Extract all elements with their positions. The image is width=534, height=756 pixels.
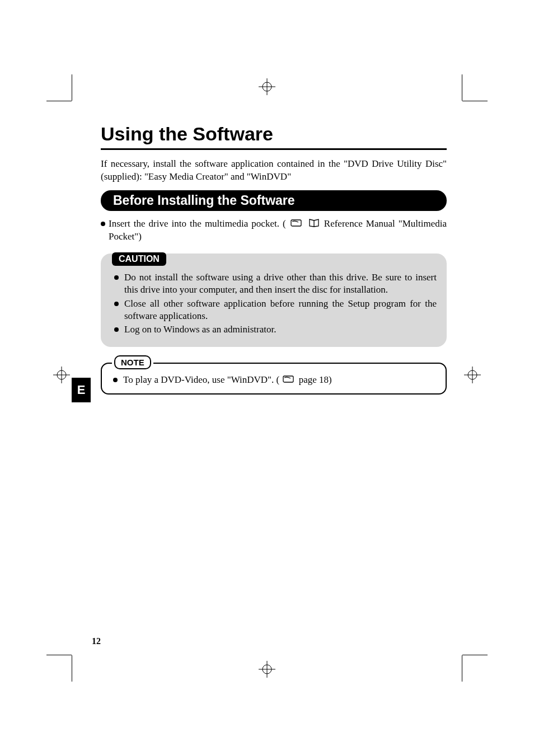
bullet-icon — [114, 275, 119, 280]
reference-hand-icon — [291, 218, 303, 231]
instruction-before: Insert the drive into the multimedia poc… — [109, 218, 286, 229]
note-content: To play a DVD-Video, use "WinDVD". ( pag… — [110, 364, 438, 387]
instruction-text: Insert the drive into the multimedia poc… — [109, 218, 447, 244]
bullet-icon — [114, 327, 119, 332]
caution-text: Log on to Windows as an administrator. — [124, 323, 276, 336]
insert-drive-instruction: Insert the drive into the multimedia poc… — [101, 218, 447, 244]
note-label-wrap: NOTE — [112, 355, 153, 369]
page-number: 12 — [92, 636, 101, 646]
manual-book-icon — [308, 218, 320, 231]
crop-mark — [462, 655, 462, 682]
page-content: Using the Software If necessary, install… — [72, 101, 462, 395]
note-before: To play a DVD-Video, use "WinDVD". ( — [123, 374, 279, 385]
caution-content: Do not install the software using a driv… — [111, 253, 437, 335]
registration-mark-icon — [53, 367, 70, 383]
caution-text: Do not install the software using a driv… — [124, 271, 437, 296]
registration-mark-icon — [259, 661, 275, 678]
intro-text: If necessary, install the software appli… — [101, 158, 447, 184]
crop-mark — [462, 101, 488, 101]
side-tab: E — [72, 378, 91, 402]
bullet-icon — [101, 222, 105, 226]
bullet-icon — [113, 378, 118, 382]
caution-text: Close all other software application bef… — [124, 298, 437, 322]
section-heading-bar: Before Installing the Software — [101, 190, 447, 211]
caution-item: Do not install the software using a driv… — [111, 271, 437, 296]
note-label: NOTE — [114, 355, 151, 369]
registration-mark-icon — [259, 78, 275, 95]
bullet-icon — [114, 302, 119, 306]
crop-mark — [72, 655, 72, 682]
caution-label: CAUTION — [112, 252, 166, 266]
note-item: To play a DVD-Video, use "WinDVD". ( pag… — [110, 374, 438, 387]
note-box: NOTE To play a DVD-Video, use "WinDVD". … — [101, 363, 447, 395]
crop-mark — [46, 101, 72, 101]
crop-mark — [72, 74, 72, 101]
note-text: To play a DVD-Video, use "WinDVD". ( pag… — [123, 374, 332, 387]
page-frame: E Using the Software If necessary, insta… — [72, 101, 462, 655]
crop-mark — [462, 74, 462, 101]
caution-item: Close all other software application bef… — [111, 298, 437, 322]
side-tab-letter: E — [77, 383, 86, 397]
svg-rect-13 — [283, 376, 293, 382]
crop-mark — [46, 655, 72, 655]
title-rule — [101, 148, 447, 150]
svg-rect-12 — [291, 220, 301, 226]
note-after: page 18) — [299, 374, 332, 385]
page-title: Using the Software — [101, 123, 447, 145]
crop-mark — [462, 655, 488, 655]
caution-item: Log on to Windows as an administrator. — [111, 323, 437, 336]
section-heading: Before Installing the Software — [113, 193, 295, 208]
reference-hand-icon — [283, 374, 295, 387]
registration-mark-icon — [464, 367, 481, 383]
caution-box: CAUTION Do not install the software usin… — [101, 253, 447, 346]
